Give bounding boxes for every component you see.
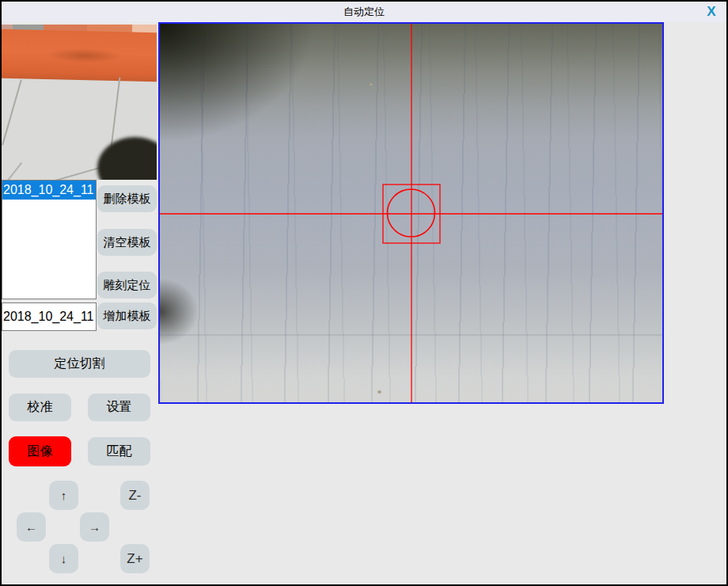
jog-left-button[interactable]: ← bbox=[17, 512, 46, 542]
match-button[interactable]: 匹配 bbox=[88, 437, 150, 466]
z-plus-label: Z+ bbox=[127, 551, 142, 567]
delete-template-button[interactable]: 删除模板 bbox=[97, 185, 157, 212]
window-title: 自动定位 bbox=[343, 5, 385, 19]
thumbnail-dark-object bbox=[97, 137, 157, 180]
left-arrow-icon: ← bbox=[25, 520, 37, 534]
z-minus-label: Z- bbox=[128, 488, 141, 504]
settings-button[interactable]: 设置 bbox=[88, 394, 150, 421]
auto-position-window: 自动定位 X 2018_10_24_11 删除模板 清空模板 雕刻定位 增加模板… bbox=[0, 0, 728, 586]
thumbnail-tile-line bbox=[2, 162, 22, 180]
crosshair-overlay bbox=[160, 24, 662, 402]
thumbnail-orange-beam bbox=[2, 29, 157, 82]
template-name-input[interactable] bbox=[2, 303, 97, 331]
titlebar: 自动定位 X bbox=[2, 2, 726, 22]
z-minus-button[interactable]: Z- bbox=[120, 481, 150, 510]
image-button[interactable]: 图像 bbox=[9, 436, 71, 466]
template-list[interactable]: 2018_10_24_11 bbox=[2, 180, 97, 299]
engrave-position-button[interactable]: 雕刻定位 bbox=[97, 272, 157, 299]
template-preview-image bbox=[2, 25, 157, 180]
thumbnail-tile-line bbox=[2, 79, 22, 145]
z-plus-button[interactable]: Z+ bbox=[120, 544, 150, 573]
position-cut-button[interactable]: 定位切割 bbox=[9, 350, 150, 378]
jog-down-button[interactable]: ↓ bbox=[49, 544, 78, 573]
up-arrow-icon: ↑ bbox=[61, 489, 67, 502]
clear-templates-button[interactable]: 清空模板 bbox=[97, 229, 157, 256]
down-arrow-icon: ↓ bbox=[61, 552, 67, 565]
jog-up-button[interactable]: ↑ bbox=[49, 481, 78, 510]
jog-right-button[interactable]: → bbox=[80, 512, 109, 542]
template-list-item[interactable]: 2018_10_24_11 bbox=[2, 181, 96, 200]
calibrate-button[interactable]: 校准 bbox=[9, 394, 71, 421]
camera-view[interactable] bbox=[158, 22, 664, 404]
close-icon[interactable]: X bbox=[703, 3, 720, 21]
add-template-button[interactable]: 增加模板 bbox=[97, 303, 157, 329]
right-arrow-icon: → bbox=[89, 520, 100, 534]
